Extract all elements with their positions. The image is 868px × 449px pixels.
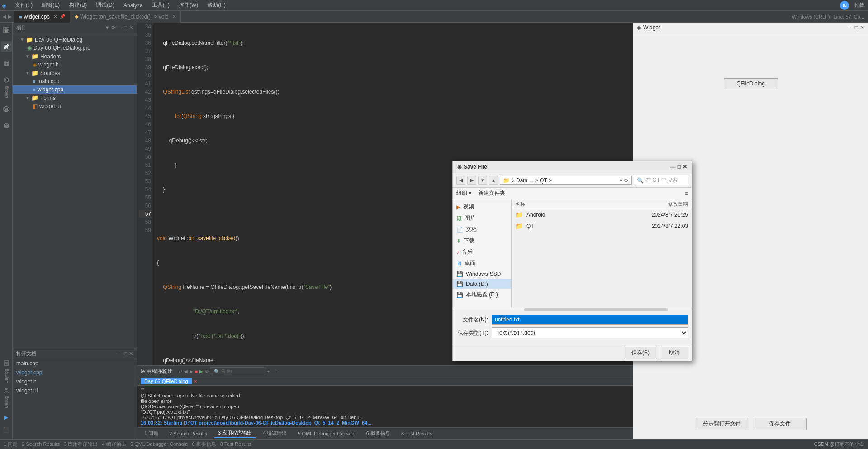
menu-analyze[interactable]: Analyze xyxy=(121,1,146,9)
sidebar-desktop[interactable]: 🖥 桌面 xyxy=(453,258,511,269)
activity-help-btn[interactable]: ? xyxy=(1,120,12,131)
menu-debug[interactable]: 调试(D) xyxy=(93,0,117,10)
nav-next[interactable]: ▶ xyxy=(8,14,12,19)
sidebar-data-d[interactable]: 💾 Data (D:) xyxy=(453,279,511,289)
dialog-search[interactable]: 🔍 在 QT 中搜索 xyxy=(634,175,688,185)
file-widget-cpp[interactable]: ■ widget.cpp xyxy=(13,85,137,94)
tab-on-savefile[interactable]: ◆ Widget::on_savefile_clicked() -> void … xyxy=(70,11,181,23)
output-program-tab[interactable]: Day-06-QFileDialog xyxy=(141,378,192,384)
bottom-tab-output[interactable]: 3 应用程序输出 xyxy=(214,429,256,438)
folder-forms[interactable]: ▼ 📁 Forms xyxy=(13,94,137,102)
output-wrap-icon[interactable]: ⇄ xyxy=(179,369,182,374)
output-remove-icon[interactable]: — xyxy=(271,369,276,374)
output-content[interactable]: "" QFSFileEngine::open: No file name spe… xyxy=(137,386,633,427)
menu-edit[interactable]: 编辑(E) xyxy=(39,0,62,10)
widget-maximize-btn[interactable]: □ xyxy=(855,24,858,31)
output-stop-icon[interactable]: ■ xyxy=(195,369,198,374)
dialog-up-btn[interactable]: ▲ xyxy=(489,176,498,185)
activity-edit-btn[interactable] xyxy=(1,41,12,52)
output-add-icon[interactable]: + xyxy=(267,369,270,374)
activity-debug2-label[interactable]: Debug xyxy=(4,396,9,408)
tab-close-widget-cpp[interactable]: ✕ xyxy=(53,14,57,19)
qfiledialog-label-btn[interactable]: QFileDialog xyxy=(724,78,778,89)
dialog-minimize-btn[interactable]: — xyxy=(670,164,676,170)
doc-main-cpp[interactable]: main.cpp xyxy=(13,359,137,368)
dialog-save-btn[interactable]: 保存(S) xyxy=(624,347,657,359)
sidebar-music[interactable]: ♪ 音乐 xyxy=(453,246,511,258)
output-filter-icon[interactable]: ⚙ xyxy=(205,369,209,374)
doc-widget-cpp[interactable]: widget.cpp xyxy=(13,368,137,377)
bottom-tab-compile[interactable]: 4 编译输出 xyxy=(259,429,290,438)
dialog-down-btn[interactable]: ▾ xyxy=(478,176,487,185)
sidebar-windows-ssd[interactable]: 💾 Windows-SSD xyxy=(453,269,511,279)
dialog-cancel-btn[interactable]: 取消 xyxy=(661,347,688,359)
sidebar-image[interactable]: 🖼 图片 xyxy=(453,213,511,224)
bottom-tab-qml[interactable]: 5 QML Debugger Console xyxy=(294,430,359,437)
tab-widget-cpp[interactable]: ■ widget.cpp ✕ 📌 xyxy=(14,11,70,23)
activity-project[interactable] xyxy=(1,24,12,35)
folder-sources[interactable]: ▼ 📁 Sources xyxy=(13,69,137,77)
dialog-forward-btn[interactable]: ▶ xyxy=(467,176,476,185)
sidebar-close-icon[interactable]: ✕ xyxy=(129,25,133,31)
tab-pin[interactable]: 📌 xyxy=(60,14,65,19)
output-close-tab-icon[interactable]: ✕ xyxy=(194,379,197,384)
doc-widget-h[interactable]: widget.h xyxy=(13,377,137,386)
output-next-icon[interactable]: ▶ xyxy=(190,369,193,374)
filename-input[interactable] xyxy=(492,315,688,325)
bottom-tab-search[interactable]: 2 Search Results xyxy=(166,430,211,437)
new-folder-btn[interactable]: 新建文件夹 xyxy=(478,189,505,197)
menu-tools[interactable]: 工具(T) xyxy=(149,0,172,10)
file-widget-h[interactable]: ◈ widget.h xyxy=(13,61,137,69)
bottom-tab-problems[interactable]: 1 问题 xyxy=(141,429,162,438)
docs-close-icon[interactable]: ✕ xyxy=(129,351,133,357)
file-main-cpp[interactable]: ■ main.cpp xyxy=(13,77,137,85)
save-file-btn[interactable]: 保存文件 xyxy=(753,418,807,430)
activity-debug-label[interactable]: Debug xyxy=(4,86,9,98)
dialog-back-btn[interactable]: ◀ xyxy=(456,176,465,185)
activity-debug-btn[interactable] xyxy=(1,75,12,85)
docs-minimize-icon[interactable]: — xyxy=(117,351,122,357)
sidebar-local-e[interactable]: 💾 本地磁盘 (E:) xyxy=(453,289,511,300)
output-prev-icon[interactable]: ◀ xyxy=(184,369,188,374)
dialog-maximize-btn[interactable]: □ xyxy=(678,164,681,170)
sidebar-video[interactable]: ▶ 视频 xyxy=(453,201,511,213)
sidebar-maximize-icon[interactable]: □ xyxy=(124,25,127,31)
sidebar-download[interactable]: ⬇ 下载 xyxy=(453,235,511,246)
col-date[interactable]: 修改日期 xyxy=(668,201,688,208)
file-qt[interactable]: 📁 QT 2024/8/7 22:03 xyxy=(512,221,692,232)
output-run-icon[interactable]: ▶ xyxy=(199,369,203,374)
view-options-btn[interactable]: ≡ xyxy=(685,190,688,197)
file-android[interactable]: 📁 Android 2024/8/7 21:25 xyxy=(512,209,692,221)
run-btn[interactable]: ▶ xyxy=(1,412,12,423)
activity-proj2-btn[interactable] xyxy=(1,104,12,114)
build-btn[interactable]: ⬛ xyxy=(1,425,12,435)
docs-maximize-icon[interactable]: □ xyxy=(124,351,127,357)
doc-widget-ui[interactable]: widget.ui xyxy=(13,386,137,395)
file-widget-ui[interactable]: ◧ widget.ui xyxy=(13,102,137,110)
sidebar-filter-icon[interactable]: ▼ xyxy=(104,25,109,31)
widget-minimize-btn[interactable]: — xyxy=(848,24,853,31)
activity-debug2-btn[interactable] xyxy=(1,385,12,396)
file-pro[interactable]: ◉ Day-06-QFileDialog.pro xyxy=(13,44,137,52)
path-dropdown[interactable]: ▾ xyxy=(620,177,622,184)
menu-help[interactable]: 帮助(H) xyxy=(204,0,228,10)
sidebar-minimize-icon[interactable]: — xyxy=(117,25,122,31)
bottom-tab-test[interactable]: 8 Test Results xyxy=(398,430,436,437)
activity-log-btn[interactable] xyxy=(1,358,12,369)
dialog-path[interactable]: 📁 « Data ... > QT > ▾ ⟳ xyxy=(500,176,632,185)
organize-btn[interactable]: 组织▼ xyxy=(456,189,473,197)
col-name[interactable]: 名称 xyxy=(515,201,525,208)
activity-log-label[interactable]: Day*log xyxy=(4,369,9,383)
menu-widgets[interactable]: 控件(W) xyxy=(176,0,201,10)
sidebar-sync-icon[interactable]: ⟳ xyxy=(111,25,115,31)
nav-prev[interactable]: ◀ xyxy=(3,14,6,19)
folder-headers[interactable]: ▼ 📁 Headers xyxy=(13,52,137,61)
project-root[interactable]: ▼ 📁 Day-06-QFileDialog xyxy=(13,35,137,44)
tab-close-on-savefile[interactable]: ✕ xyxy=(172,14,176,19)
account-icon[interactable]: ⊞ xyxy=(840,1,849,10)
widget-close-btn[interactable]: ✕ xyxy=(860,24,864,31)
bottom-tab-summary[interactable]: 6 概要信息 xyxy=(363,429,394,438)
refresh-btn[interactable]: ⟳ xyxy=(624,177,629,184)
sidebar-docs[interactable]: 📄 文档 xyxy=(453,224,511,235)
filetype-select[interactable]: Text (*.txt *.doc) xyxy=(492,327,688,338)
